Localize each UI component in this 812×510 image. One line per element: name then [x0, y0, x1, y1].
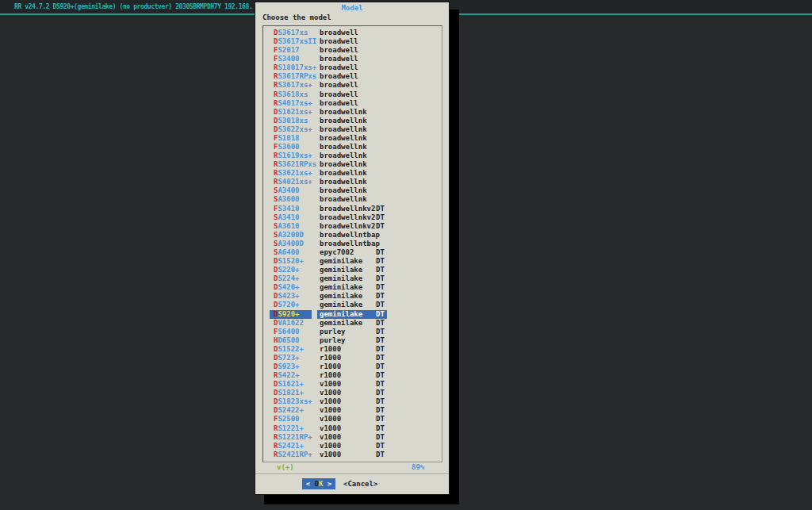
model-name: RS1619xs+	[270, 151, 312, 160]
model-name: RS18017xs+	[270, 63, 312, 72]
list-item[interactable]: RS1221RP+v1000DT	[263, 433, 442, 442]
model-name: FS3410	[270, 205, 312, 213]
model-arch: geminilake	[320, 283, 376, 292]
model-description: v1000DT	[317, 442, 436, 451]
model-list-box[interactable]: DS3617xsbroadwellDS3617xsIIbroadwellFS20…	[262, 25, 442, 462]
list-item[interactable]: DS1821+v1000DT	[263, 389, 442, 397]
model-name-rest: S3621xs+	[278, 169, 312, 177]
list-item[interactable]: RS2421+v1000DT	[263, 442, 442, 451]
ok-button[interactable]: < OK >	[302, 478, 335, 489]
list-item[interactable]: DS923+r1000DT	[263, 362, 442, 371]
model-name-rest: S1619xs+	[278, 151, 312, 159]
list-item[interactable]: DS1823xs+v1000DT	[263, 397, 442, 406]
model-name: SA3400D	[270, 240, 312, 248]
list-item[interactable]: DS420+geminilakeDT	[263, 283, 442, 292]
model-description: v1000DT	[317, 451, 436, 459]
model-name: DS220+	[270, 266, 312, 274]
model-name-rest: A3600	[278, 195, 299, 203]
model-name: DS423+	[270, 292, 312, 301]
model-arch: broadwellnk	[320, 169, 376, 178]
model-arch: broadwellnk	[320, 195, 376, 204]
model-name: DS224+	[270, 274, 312, 283]
list-item[interactable]: DS3018xsbroadwellnk	[263, 117, 442, 125]
model-dt-flag: DT	[376, 345, 385, 354]
model-name-rest: A6400	[278, 248, 299, 256]
model-description: r1000DT	[317, 345, 436, 354]
list-item[interactable]: SA6400epyc7002DT	[263, 248, 442, 257]
model-name: FS2017	[270, 46, 312, 55]
list-item[interactable]: RS1619xs+broadwellnk	[263, 151, 442, 160]
model-arch: broadwell	[320, 46, 376, 55]
list-item[interactable]: RS3621xs+broadwellnk	[263, 169, 442, 178]
list-item[interactable]: DS423+geminilakeDT	[263, 292, 442, 301]
list-item[interactable]: FS1018broadwellnk	[263, 134, 442, 143]
model-name-rest: S3617RPxs	[278, 72, 316, 80]
list-item[interactable]: DS3617xsIIbroadwell	[263, 37, 442, 46]
model-list: DS3617xsbroadwellDS3617xsIIbroadwellFS20…	[263, 29, 442, 459]
list-item[interactable]: RS18017xs+broadwell	[263, 63, 442, 72]
model-description: v1000DT	[317, 389, 436, 397]
model-description: broadwellntbap	[317, 231, 436, 240]
list-item[interactable]: DS1621+v1000DT	[263, 380, 442, 389]
list-item[interactable]: FS2500v1000DT	[263, 415, 442, 424]
ok-button-prefix: <	[306, 480, 315, 488]
list-item[interactable]: RS3618xsbroadwell	[263, 90, 442, 99]
model-name-rest: S6400	[278, 328, 299, 336]
list-item[interactable]: DS1621xs+broadwellnk	[263, 108, 442, 117]
list-item[interactable]: RS4017xs+broadwell	[263, 99, 442, 108]
model-name-rest: S3617xs	[278, 29, 308, 36]
list-item[interactable]: SA3410broadwellnkv2DT	[263, 213, 442, 222]
list-item[interactable]: RS422+r1000DT	[263, 371, 442, 380]
model-name-rest: VA1622	[278, 319, 304, 327]
list-item[interactable]: HD6500purleyDT	[263, 336, 442, 345]
list-item[interactable]: DS3617xsbroadwell	[263, 29, 442, 37]
model-description: geminilakeDT	[317, 319, 436, 328]
model-dt-flag: DT	[376, 371, 385, 380]
list-item[interactable]: DS920+geminilakeDT	[263, 310, 442, 319]
list-item[interactable]: RS4021xs+broadwellnk	[263, 178, 442, 186]
list-item[interactable]: DS1522+r1000DT	[263, 345, 442, 354]
scroll-down-indicator: v(+)	[277, 463, 294, 471]
model-name: SA3600	[270, 195, 312, 204]
list-item[interactable]: SA3600broadwellnk	[263, 195, 442, 204]
list-item[interactable]: DS3622xs+broadwellnk	[263, 125, 442, 134]
list-item[interactable]: RS3617xs+broadwell	[263, 81, 442, 90]
model-dt-flag: DT	[376, 266, 385, 274]
list-item[interactable]: FS3410broadwellnkv2DT	[263, 205, 442, 213]
model-arch: broadwell	[320, 90, 376, 99]
list-item[interactable]: SA3400broadwellnk	[263, 186, 442, 195]
model-name-rest: A3610	[278, 222, 299, 230]
list-item[interactable]: DS224+geminilakeDT	[263, 274, 442, 283]
list-item[interactable]: RS1221+v1000DT	[263, 424, 442, 433]
model-name-rest: S3622xs+	[278, 125, 312, 133]
model-dt-flag: DT	[376, 205, 385, 213]
model-dt-flag: DT	[376, 406, 385, 415]
list-item[interactable]: FS6400purleyDT	[263, 328, 442, 336]
model-name: DS1621+	[270, 380, 312, 389]
model-name-rest: S1221RP+	[278, 433, 312, 441]
list-item[interactable]: DVA1622geminilakeDT	[263, 319, 442, 328]
list-item[interactable]: DS720+geminilakeDT	[263, 301, 442, 309]
cancel-button[interactable]: <Cancel>	[343, 478, 377, 489]
list-item[interactable]: FS3400broadwell	[263, 55, 442, 63]
model-arch: geminilake	[320, 301, 376, 309]
list-item[interactable]: DS2422+v1000DT	[263, 406, 442, 415]
scroll-percent: 89%	[412, 463, 424, 471]
list-item[interactable]: FS2017broadwell	[263, 46, 442, 55]
list-item[interactable]: DS1520+geminilakeDT	[263, 257, 442, 266]
list-item[interactable]: SA3200Dbroadwellntbap	[263, 231, 442, 240]
model-description: v1000DT	[317, 424, 436, 433]
list-item[interactable]: DS723+r1000DT	[263, 354, 442, 362]
model-description: geminilakeDT	[317, 301, 436, 309]
list-item[interactable]: SA3400Dbroadwellntbap	[263, 240, 442, 248]
list-item[interactable]: DS220+geminilakeDT	[263, 266, 442, 274]
model-name-rest: A3410	[278, 213, 299, 221]
model-description: broadwell	[317, 81, 436, 90]
list-item[interactable]: RS2421RP+v1000DT	[263, 451, 442, 459]
list-item[interactable]: SA3610broadwellnkv2DT	[263, 222, 442, 231]
list-item[interactable]: RS3621RPxsbroadwellnk	[263, 160, 442, 169]
list-item[interactable]: FS3600broadwellnk	[263, 143, 442, 151]
list-item[interactable]: RS3617RPxsbroadwell	[263, 72, 442, 81]
model-name: RS3618xs	[270, 90, 312, 99]
model-name: RS3617xs+	[270, 81, 312, 90]
